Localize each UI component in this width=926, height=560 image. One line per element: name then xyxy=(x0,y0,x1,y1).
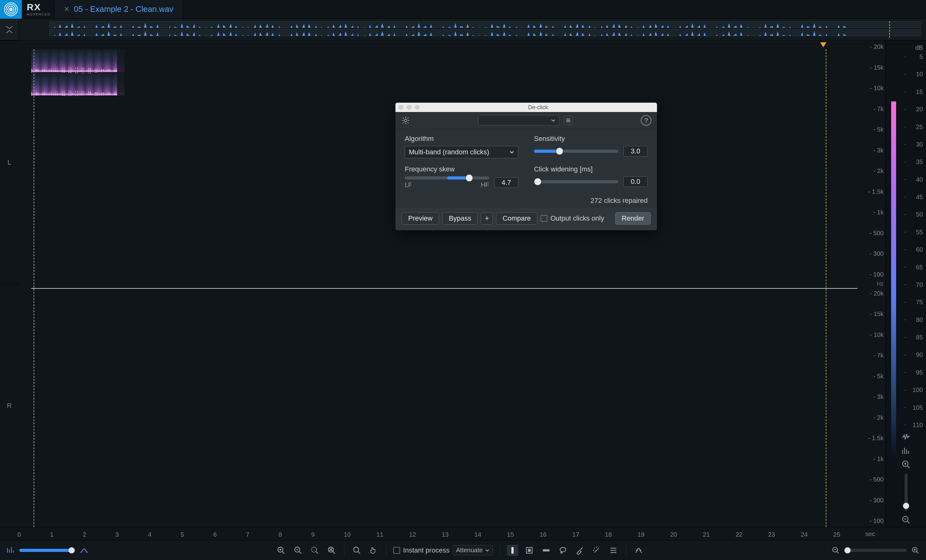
waveform-view-icon[interactable] xyxy=(902,432,911,442)
freq-tick: - 1k xyxy=(859,456,884,462)
time-tick: 3 xyxy=(115,531,119,538)
overview-waveforms[interactable] xyxy=(49,21,921,38)
frequency-ruler: - 20k- 15k- 10k- 7k- 5k- 3k- 2k- 1.5k- 1… xyxy=(859,41,885,527)
instant-mode-select[interactable]: Attenuate xyxy=(453,545,493,555)
time-tick: 15 xyxy=(507,531,514,538)
time-unit: sec xyxy=(865,530,875,537)
freq-tick: - 500 xyxy=(859,476,884,483)
zoom-reset-icon[interactable] xyxy=(326,545,337,556)
timefreq-selection-tool-icon[interactable] xyxy=(524,545,535,556)
file-tab[interactable]: ✕ 05 - Example 2 - Clean.wav xyxy=(56,0,182,18)
bypass-button[interactable]: Bypass xyxy=(442,212,478,225)
spectrogram-view-icon[interactable] xyxy=(902,446,911,456)
preset-menu-icon[interactable] xyxy=(564,116,573,125)
app-logo xyxy=(0,0,22,19)
svg-line-58 xyxy=(403,122,404,123)
sensitivity-slider[interactable] xyxy=(534,149,618,153)
zoom-in-color-icon[interactable] xyxy=(902,460,911,469)
traffic-max-icon[interactable] xyxy=(415,105,420,110)
time-ruler[interactable]: sec 012345678910111213141516171819202122… xyxy=(0,527,926,540)
harmonics-tool-icon[interactable] xyxy=(608,545,619,556)
time-tick: 12 xyxy=(409,531,416,538)
contour-tool-icon[interactable] xyxy=(633,545,644,556)
overview-track-left[interactable] xyxy=(49,21,921,28)
freq-tick: - 20k xyxy=(859,44,884,50)
instant-process-checkbox[interactable] xyxy=(393,547,400,554)
preset-select[interactable] xyxy=(478,115,559,126)
playhead-line[interactable] xyxy=(826,49,826,527)
playhead-marker-icon[interactable] xyxy=(820,42,826,47)
output-clicks-checkbox[interactable] xyxy=(540,215,548,222)
grab-tool-icon[interactable] xyxy=(368,545,379,556)
traffic-min-icon[interactable] xyxy=(407,105,412,110)
freq-selection-tool-icon[interactable] xyxy=(540,545,552,556)
add-tab-button[interactable]: + xyxy=(481,212,493,225)
zoom-in-icon[interactable] xyxy=(275,545,287,556)
timeline-header[interactable] xyxy=(31,41,858,49)
horizontal-zoom-out-icon[interactable] xyxy=(830,545,841,556)
horizontal-zoom-in-icon[interactable] xyxy=(910,545,921,556)
view-blend-slider[interactable] xyxy=(19,549,76,552)
selection-start-line[interactable] xyxy=(33,49,34,527)
traffic-close-icon[interactable] xyxy=(398,105,404,110)
horizontal-zoom-slider[interactable] xyxy=(844,549,907,552)
brush-tool-icon[interactable] xyxy=(574,545,586,556)
svg-point-36 xyxy=(560,547,566,552)
window-controls[interactable] xyxy=(398,105,420,110)
time-tick: 13 xyxy=(442,531,449,538)
time-tick: 6 xyxy=(213,531,217,538)
freq-tick: - 500 xyxy=(859,230,884,236)
svg-point-0 xyxy=(10,8,12,11)
time-tick: 24 xyxy=(801,531,808,538)
divider xyxy=(626,545,626,555)
freq-tick: - 5k xyxy=(859,373,884,379)
waveform-opacity-icon[interactable] xyxy=(5,545,16,556)
freq-skew-slider[interactable] xyxy=(405,177,489,180)
color-scale-gradient xyxy=(891,101,896,456)
overview-collapse-toggle[interactable] xyxy=(0,19,19,40)
compare-button[interactable]: Compare xyxy=(496,212,537,225)
zoom-out-icon[interactable] xyxy=(292,545,304,556)
algorithm-select[interactable]: Multi-band (random clicks) xyxy=(405,146,518,158)
output-clicks-label: Output clicks only xyxy=(551,214,604,222)
svg-rect-35 xyxy=(543,549,549,551)
svg-line-27 xyxy=(316,551,318,554)
db-tick-row: 10 xyxy=(889,71,923,78)
time-tick: 11 xyxy=(377,531,383,538)
lasso-tool-icon[interactable] xyxy=(557,545,569,556)
time-tick: 2 xyxy=(83,531,86,538)
app-name: RX xyxy=(27,3,50,12)
time-tick: 22 xyxy=(735,531,742,538)
time-tick: 7 xyxy=(246,531,250,538)
click-widen-label: Click widening [ms] xyxy=(534,165,648,173)
color-range-slider[interactable] xyxy=(905,474,908,511)
help-icon[interactable]: ? xyxy=(641,115,651,126)
time-tick: 14 xyxy=(475,531,481,538)
dialog-titlebar[interactable]: De-click xyxy=(395,103,657,112)
freq-tick: - 20k xyxy=(859,290,884,296)
dialog-title: De-click xyxy=(422,104,654,111)
tab-filename: 05 - Example 2 - Clean.wav xyxy=(74,5,173,14)
zoom-tool-icon[interactable] xyxy=(351,545,362,556)
channel-label-left: L xyxy=(0,41,19,284)
freq-skew-value[interactable]: 4.7 xyxy=(494,177,518,188)
tab-close-icon[interactable]: ✕ xyxy=(64,5,70,14)
learn-icon[interactable] xyxy=(401,116,410,125)
overview-playhead[interactable] xyxy=(889,21,890,38)
declick-dialog[interactable]: De-click ? Algorithm Multi-band (random … xyxy=(395,103,657,230)
preview-button[interactable]: Preview xyxy=(402,212,439,225)
magic-wand-tool-icon[interactable] xyxy=(591,545,602,556)
click-widen-slider[interactable] xyxy=(534,180,618,183)
algorithm-value: Multi-band (random clicks) xyxy=(409,148,489,156)
svg-line-57 xyxy=(408,118,409,119)
time-tick: 8 xyxy=(279,531,282,538)
zoom-selection-icon[interactable] xyxy=(309,545,321,556)
click-widen-value[interactable]: 0.0 xyxy=(623,177,648,187)
render-button[interactable]: Render xyxy=(615,212,651,225)
overview-track-right[interactable] xyxy=(49,29,921,36)
spectrogram-opacity-icon[interactable] xyxy=(79,545,90,556)
time-selection-tool-icon[interactable] xyxy=(507,545,518,556)
sensitivity-value[interactable]: 3.0 xyxy=(623,146,648,157)
time-tick: 4 xyxy=(148,531,151,538)
zoom-out-color-icon[interactable] xyxy=(902,515,911,525)
